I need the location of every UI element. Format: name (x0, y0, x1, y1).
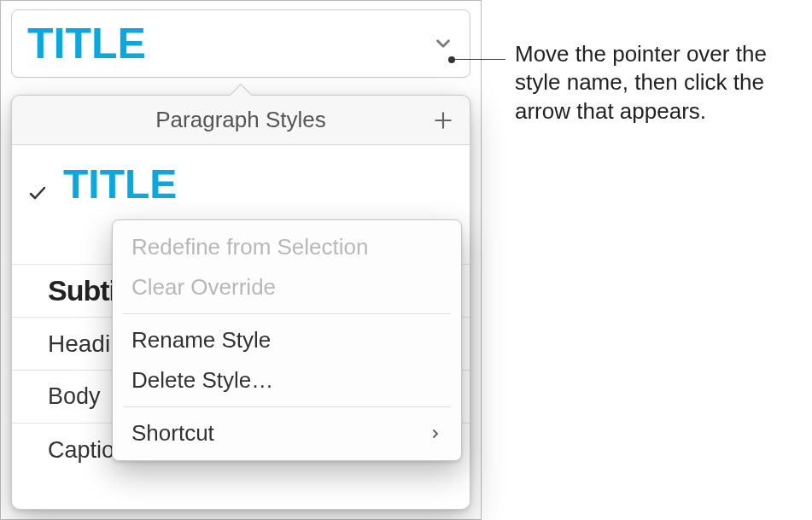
menu-separator (123, 406, 451, 407)
menu-redefine-label: Redefine from Selection (131, 234, 368, 260)
popover-title: Paragraph Styles (155, 107, 325, 133)
style-selector-button[interactable]: TITLE (11, 9, 470, 78)
menu-clear-override: Clear Override (113, 267, 461, 307)
popover-header: Paragraph Styles (12, 96, 470, 145)
menu-rename-style[interactable]: Rename Style (113, 320, 461, 360)
menu-shortcut-label: Shortcut (131, 420, 214, 447)
current-style-label: TITLE (27, 22, 146, 65)
chevron-right-icon (429, 420, 442, 447)
style-context-menu: Redefine from Selection Clear Override R… (112, 219, 462, 461)
add-style-button[interactable] (429, 106, 458, 135)
menu-redefine-from-selection: Redefine from Selection (113, 227, 461, 267)
menu-delete-label: Delete Style… (131, 367, 273, 394)
panel-container: TITLE Paragraph Styles TITLE Subtitle (0, 0, 482, 520)
chevron-down-icon[interactable] (432, 32, 454, 55)
menu-shortcut[interactable]: Shortcut (113, 413, 461, 453)
menu-delete-style[interactable]: Delete Style… (113, 360, 461, 400)
check-icon (27, 183, 48, 209)
callout-leader-line (452, 59, 505, 60)
callout-text: Move the pointer over the style name, th… (515, 40, 803, 126)
style-title-label: TITLE (63, 164, 177, 205)
menu-separator (123, 313, 451, 314)
style-body-label: Body (48, 383, 101, 410)
menu-clear-override-label: Clear Override (131, 274, 276, 301)
menu-rename-label: Rename Style (131, 327, 271, 353)
